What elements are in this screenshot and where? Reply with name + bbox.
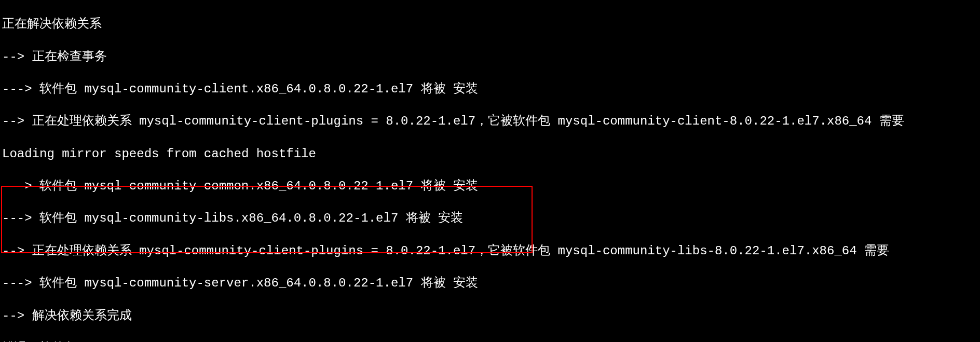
terminal-line: Loading mirror speeds from cached hostfi… (2, 146, 978, 162)
terminal-line: ---> 软件包 mysql-community-server.x86_64.0… (2, 275, 978, 291)
terminal-line: --> 正在处理依赖关系 mysql-community-client-plug… (2, 113, 978, 129)
terminal-output: 正在解决依赖关系 --> 正在检查事务 ---> 软件包 mysql-commu… (0, 0, 980, 342)
terminal-line: ---> 软件包 mysql-community-common.x86_64.0… (2, 178, 978, 194)
terminal-line: --> 正在检查事务 (2, 49, 978, 65)
terminal-line: ---> 软件包 mysql-community-client.x86_64.0… (2, 81, 978, 97)
terminal-line: --> 解决依赖关系完成 (2, 308, 978, 324)
terminal-line: 正在解决依赖关系 (2, 16, 978, 32)
terminal-line: ---> 软件包 mysql-community-libs.x86_64.0.8… (2, 210, 978, 226)
terminal-line: --> 正在处理依赖关系 mysql-community-client-plug… (2, 243, 978, 259)
terminal-error-line: 错误：软件包：mysql-community-client-8.0.22-1.e… (2, 340, 978, 342)
